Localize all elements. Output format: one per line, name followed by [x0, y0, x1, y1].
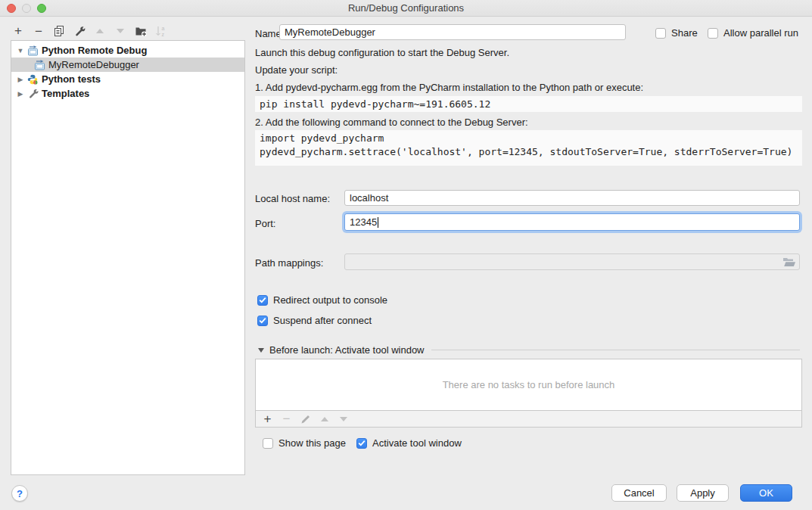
checkbox-unchecked[interactable]: [655, 28, 666, 39]
port-input[interactable]: 12345: [344, 213, 800, 231]
path-mappings-input[interactable]: [344, 253, 800, 270]
redirect-output-checkbox[interactable]: Redirect output to console: [257, 294, 387, 306]
checkbox-checked[interactable]: [356, 438, 367, 449]
checkbox-checked[interactable]: [257, 316, 268, 326]
move-task-down-icon: [338, 413, 349, 425]
new-folder-icon[interactable]: [135, 25, 147, 37]
python-tests-icon: [26, 73, 39, 86]
run-config-icon: [33, 59, 45, 71]
show-this-page-label: Show this page: [278, 437, 346, 449]
window-title: Run/Debug Configurations: [348, 2, 464, 14]
suspend-after-connect-checkbox[interactable]: Suspend after connect: [257, 315, 372, 326]
instruction-step-1: 1. Add pydevd-pycharm.egg from the PyCha…: [255, 82, 643, 93]
svg-text:a: a: [162, 26, 165, 31]
configurations-toolbar: + − az: [12, 23, 167, 39]
share-checkbox[interactable]: Share: [655, 27, 698, 39]
run-config-icon: [26, 45, 39, 57]
task-list-toolbar: + −: [255, 411, 802, 428]
settrace-code: import pydevd_pycharm pydevd_pycharm.set…: [255, 130, 802, 166]
add-configuration-icon[interactable]: +: [12, 25, 24, 37]
ok-button[interactable]: OK: [740, 484, 792, 502]
run-debug-configurations-dialog: Run/Debug Configurations + − az ▼ Python…: [0, 0, 812, 510]
minimize-window-button: [22, 4, 31, 13]
configurations-tree: ▼ Python Remote Debug MyRemoteDebugger ▶…: [11, 40, 245, 475]
instruction-step-2: 2. Add the following command to connect …: [255, 117, 528, 128]
cancel-button[interactable]: Cancel: [611, 484, 667, 502]
move-up-icon: [94, 25, 106, 37]
before-launch-task-list[interactable]: There are no tasks to run before launch: [255, 359, 802, 411]
edit-task-icon: [300, 413, 311, 425]
browse-folder-icon[interactable]: [782, 257, 796, 267]
help-question-icon: ?: [17, 488, 23, 499]
wrench-icon: [26, 88, 39, 100]
before-launch-section-header[interactable]: Before launch: Activate tool window: [258, 344, 802, 356]
apply-button[interactable]: Apply: [677, 484, 729, 502]
checkbox-checked[interactable]: [257, 295, 268, 306]
checkbox-unchecked[interactable]: [708, 28, 718, 39]
tree-item-label: Templates: [42, 88, 89, 99]
zoom-window-button[interactable]: [37, 4, 46, 13]
show-this-page-checkbox[interactable]: Show this page: [263, 437, 346, 449]
collapse-arrow-icon[interactable]: ▼: [16, 47, 25, 54]
allow-parallel-run-label: Allow parallel run: [723, 27, 798, 39]
path-mappings-label: Path mappings:: [255, 257, 323, 269]
move-down-icon: [114, 25, 126, 37]
collapse-arrow-icon[interactable]: [258, 348, 264, 353]
tree-item-templates[interactable]: ▶ Templates: [11, 86, 244, 101]
instruction-line-1: Launch this debug configuration to start…: [255, 47, 509, 58]
instruction-line-2: Update your script:: [255, 64, 338, 76]
empty-task-list-text: There are no tasks to run before launch: [443, 379, 615, 390]
activate-tool-window-label: Activate tool window: [372, 437, 462, 449]
allow-parallel-run-checkbox[interactable]: Allow parallel run: [708, 27, 798, 39]
tree-item-python-tests[interactable]: ▶ Python tests: [11, 72, 244, 86]
expand-arrow-icon[interactable]: ▶: [16, 90, 25, 98]
section-divider: [431, 350, 800, 350]
remove-configuration-icon[interactable]: −: [33, 25, 45, 37]
remove-task-icon: −: [281, 413, 292, 425]
title-bar: Run/Debug Configurations: [0, 0, 812, 17]
expand-arrow-icon[interactable]: ▶: [16, 76, 25, 83]
move-task-up-icon: [319, 413, 330, 425]
suspend-after-connect-label: Suspend after connect: [273, 315, 372, 326]
close-window-button[interactable]: [7, 4, 16, 13]
tree-item-label: MyRemoteDebugger: [48, 59, 139, 70]
tree-item-python-remote-debug[interactable]: ▼ Python Remote Debug: [11, 43, 244, 58]
port-value: 12345: [350, 216, 377, 228]
local-host-name-input[interactable]: [344, 190, 800, 206]
add-task-icon[interactable]: +: [262, 413, 273, 425]
checkbox-unchecked[interactable]: [263, 438, 273, 449]
share-label: Share: [671, 27, 698, 39]
local-host-name-label: Local host name:: [255, 193, 330, 204]
tree-item-label: Python tests: [42, 73, 101, 85]
sort-alphabetically-icon: az: [155, 25, 167, 37]
before-launch-title: Before launch: Activate tool window: [269, 344, 425, 356]
tree-item-myremotedebugger[interactable]: MyRemoteDebugger: [11, 58, 244, 72]
help-button[interactable]: ?: [11, 485, 28, 502]
copy-configuration-icon[interactable]: [53, 25, 65, 37]
svg-text:z: z: [162, 32, 165, 37]
edit-templates-icon[interactable]: [73, 25, 86, 37]
redirect-output-label: Redirect output to console: [273, 294, 387, 306]
settrace-code-line-2: pydevd_pycharm.settrace('localhost', por…: [260, 145, 798, 159]
pip-install-code: pip install pydevd-pycharm~=191.6605.12: [255, 96, 802, 112]
settrace-code-line-1: import pydevd_pycharm: [260, 132, 798, 145]
port-label: Port:: [255, 218, 275, 229]
name-input[interactable]: [279, 24, 626, 40]
text-caret: [378, 217, 378, 228]
activate-tool-window-checkbox[interactable]: Activate tool window: [356, 437, 462, 449]
tree-item-label: Python Remote Debug: [42, 45, 147, 56]
